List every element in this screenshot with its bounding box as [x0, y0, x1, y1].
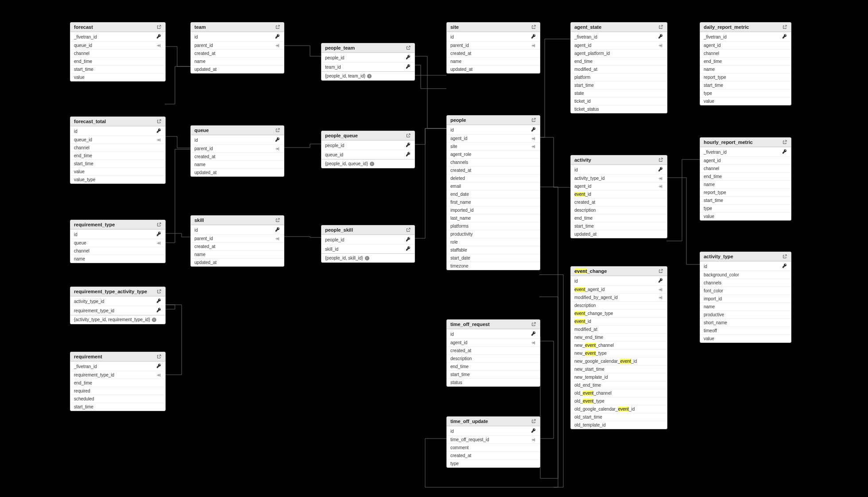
- column-row[interactable]: created_at: [447, 49, 540, 57]
- column-row[interactable]: end_date: [447, 190, 540, 198]
- table-people[interactable]: peopleidagent_idsiteagent_rolechannelscr…: [446, 115, 540, 270]
- column-row[interactable]: activity_type_id: [70, 296, 165, 306]
- popout-icon[interactable]: [406, 133, 411, 138]
- column-row[interactable]: old_start_time: [571, 413, 667, 421]
- table-time_off_request[interactable]: time_off_requestidagent_idcreated_atdesc…: [446, 319, 540, 387]
- column-row[interactable]: id: [447, 426, 540, 435]
- table-header[interactable]: activity: [571, 155, 667, 165]
- column-row[interactable]: platform: [571, 73, 667, 81]
- info-icon[interactable]: i: [370, 162, 374, 166]
- column-row[interactable]: end_time: [70, 379, 165, 387]
- column-row[interactable]: platforms: [447, 222, 540, 230]
- table-header[interactable]: people_skill: [322, 225, 415, 235]
- column-row[interactable]: people_id: [322, 235, 415, 244]
- column-row[interactable]: start_time: [700, 196, 791, 204]
- table-header[interactable]: time_off_update: [447, 417, 540, 426]
- column-row[interactable]: _fivetran_id: [571, 32, 667, 41]
- table-time_off_update[interactable]: time_off_updateidtime_off_request_idcomm…: [446, 416, 540, 468]
- column-row[interactable]: new_start_time: [571, 365, 667, 373]
- column-row[interactable]: channel: [70, 49, 165, 57]
- column-row[interactable]: id: [191, 225, 284, 234]
- table-skill[interactable]: skillidparent_idcreated_atnameupdated_at: [190, 215, 284, 267]
- column-row[interactable]: description: [571, 301, 667, 309]
- column-row[interactable]: _fivetran_id: [700, 147, 791, 156]
- column-row[interactable]: type: [700, 89, 791, 97]
- table-header[interactable]: forecast_total: [70, 117, 165, 126]
- column-row[interactable]: created_at: [191, 242, 284, 250]
- column-row[interactable]: start_time: [70, 403, 165, 411]
- table-header[interactable]: daily_report_metric: [700, 23, 791, 32]
- popout-icon[interactable]: [275, 128, 280, 133]
- column-row[interactable]: start_time: [70, 65, 165, 73]
- table-header[interactable]: agent_state: [571, 23, 667, 32]
- table-agent_state[interactable]: agent_state_fivetran_idagent_idagent_pla…: [570, 22, 667, 113]
- column-row[interactable]: type: [700, 204, 791, 212]
- table-event_change[interactable]: event_changeidevent_agent_idmodified_by_…: [570, 266, 667, 429]
- column-row[interactable]: queue_id: [70, 41, 165, 49]
- column-row[interactable]: new_template_id: [571, 373, 667, 381]
- column-row[interactable]: parent_id: [191, 234, 284, 242]
- column-row[interactable]: name: [191, 57, 284, 65]
- column-row[interactable]: short_name: [700, 318, 791, 326]
- column-row[interactable]: modified_at: [571, 65, 667, 73]
- column-row[interactable]: site: [447, 142, 540, 150]
- table-people_team[interactable]: people_teampeople_idteam_id{people_id, t…: [321, 43, 415, 81]
- column-row[interactable]: report_type: [700, 188, 791, 196]
- column-row[interactable]: old_google_calendar_event_id: [571, 405, 667, 413]
- column-row[interactable]: parent_id: [191, 144, 284, 152]
- column-row[interactable]: agent_platform_id: [571, 49, 667, 57]
- column-row[interactable]: agent_id: [447, 338, 540, 346]
- column-row[interactable]: skill_id: [322, 244, 415, 253]
- column-row[interactable]: channel: [70, 247, 165, 255]
- column-row[interactable]: new_google_calendar_event_id: [571, 357, 667, 365]
- column-row[interactable]: agent_id: [447, 134, 540, 142]
- column-row[interactable]: value: [700, 97, 791, 105]
- table-header[interactable]: forecast: [70, 23, 165, 32]
- table-header[interactable]: event_change: [571, 267, 667, 276]
- column-row[interactable]: old_event_type: [571, 397, 667, 405]
- column-row[interactable]: start_time: [571, 81, 667, 89]
- column-row[interactable]: required: [70, 387, 165, 395]
- column-row[interactable]: agent_id: [571, 41, 667, 49]
- column-row[interactable]: end_time: [571, 57, 667, 65]
- column-row[interactable]: end_time: [447, 362, 540, 370]
- column-row[interactable]: parent_id: [191, 41, 284, 49]
- column-row[interactable]: _fivetran_id: [700, 32, 791, 41]
- column-row[interactable]: name: [191, 250, 284, 258]
- column-row[interactable]: id: [571, 276, 667, 285]
- column-row[interactable]: comment: [447, 443, 540, 451]
- column-row[interactable]: parent_id: [447, 41, 540, 49]
- column-row[interactable]: end_time: [700, 57, 791, 65]
- table-team[interactable]: teamidparent_idcreated_atnameupdated_at: [190, 22, 284, 74]
- column-row[interactable]: value: [700, 212, 791, 220]
- column-row[interactable]: state: [571, 89, 667, 97]
- column-row[interactable]: id: [447, 329, 540, 338]
- table-daily_report_metric[interactable]: daily_report_metric_fivetran_idagent_idc…: [700, 22, 791, 105]
- column-row[interactable]: role: [447, 238, 540, 246]
- table-activity[interactable]: activityidactivity_type_idagent_idevent_…: [570, 155, 667, 238]
- column-row[interactable]: new_end_time: [571, 333, 667, 341]
- table-site[interactable]: siteidparent_idcreated_atnameupdated_at: [446, 22, 540, 74]
- table-hourly_report_metric[interactable]: hourly_report_metric_fivetran_idagent_id…: [700, 137, 791, 221]
- popout-icon[interactable]: [782, 254, 787, 259]
- column-row[interactable]: event_change_type: [571, 309, 667, 317]
- table-queue[interactable]: queueidparent_idcreated_atnameupdated_at: [190, 125, 284, 177]
- column-row[interactable]: start_time: [700, 81, 791, 89]
- table-header[interactable]: people_queue: [322, 131, 415, 140]
- column-row[interactable]: event_id: [571, 190, 667, 198]
- popout-icon[interactable]: [275, 217, 280, 223]
- popout-icon[interactable]: [406, 45, 411, 50]
- column-row[interactable]: name: [700, 303, 791, 311]
- popout-icon[interactable]: [156, 24, 162, 30]
- column-row[interactable]: timeoff: [700, 326, 791, 334]
- column-row[interactable]: timezone: [447, 262, 540, 270]
- column-row[interactable]: font_color: [700, 287, 791, 295]
- column-row[interactable]: updated_at: [191, 168, 284, 176]
- column-row[interactable]: channel: [70, 144, 165, 151]
- column-row[interactable]: agent_role: [447, 150, 540, 158]
- table-header[interactable]: site: [447, 23, 540, 32]
- column-row[interactable]: staffable: [447, 246, 540, 254]
- table-header[interactable]: people: [447, 116, 540, 125]
- column-row[interactable]: requirement_type_id: [70, 371, 165, 379]
- column-row[interactable]: event_agent_id: [571, 285, 667, 293]
